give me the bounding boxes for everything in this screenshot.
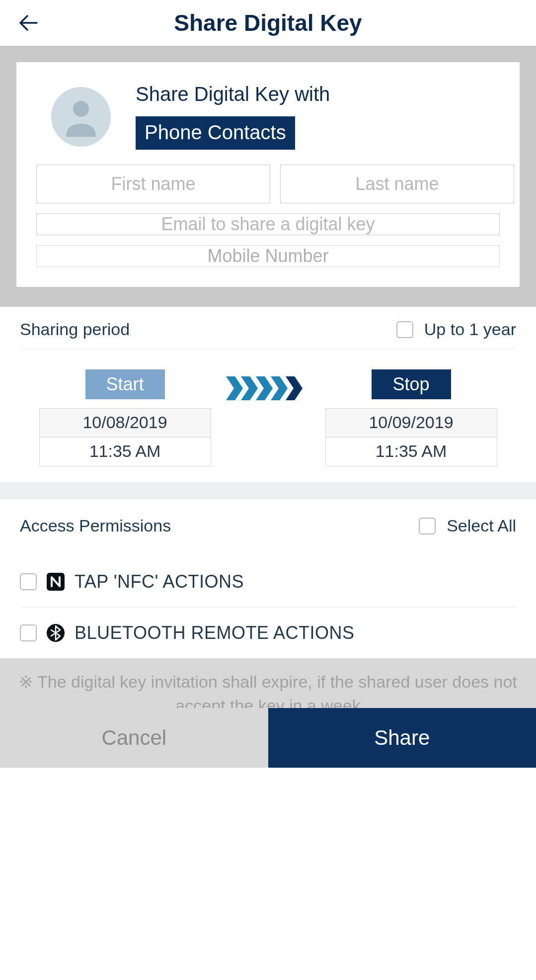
- share-heading: Share Digital Key with: [136, 83, 330, 105]
- nfc-label: TAP 'NFC' ACTIONS: [75, 571, 244, 592]
- avatar-placeholder-icon: [51, 87, 111, 147]
- footer-note: ※ The digital key invitation shall expir…: [0, 658, 536, 708]
- chevrons-right-icon: [226, 373, 310, 403]
- permission-row: TAP 'NFC' ACTIONS: [20, 556, 516, 608]
- permission-row: BLUETOOTH REMOTE ACTIONS: [20, 608, 516, 658]
- page-title: Share Digital Key: [0, 9, 536, 36]
- email-input[interactable]: [36, 213, 500, 235]
- stop-time-value: 11:35 AM: [326, 438, 497, 466]
- svg-point-1: [73, 101, 89, 117]
- nfc-checkbox[interactable]: [20, 573, 37, 590]
- share-contact-card: Share Digital Key with Phone Contacts: [16, 62, 520, 287]
- bluetooth-icon: [46, 623, 66, 643]
- start-time-value: 11:35 AM: [40, 438, 211, 466]
- first-name-input[interactable]: [36, 165, 270, 203]
- start-datetime-picker[interactable]: 10/08/2019 11:35 AM: [39, 408, 211, 466]
- stop-button[interactable]: Stop: [372, 369, 451, 399]
- last-name-input[interactable]: [280, 165, 514, 203]
- stop-datetime-picker[interactable]: 10/09/2019 11:35 AM: [325, 408, 497, 466]
- footer-note-line2: accept the key in a week: [4, 694, 532, 708]
- stop-date-value: 10/09/2019: [326, 409, 497, 438]
- cancel-button[interactable]: Cancel: [0, 708, 268, 768]
- sharing-period-section: Sharing period Up to 1 year Start 10/08/…: [0, 307, 536, 482]
- select-all-checkbox[interactable]: [419, 518, 436, 535]
- select-all-label: Select All: [447, 516, 516, 535]
- start-date-value: 10/08/2019: [40, 409, 211, 438]
- arrow-left-icon: [19, 15, 38, 31]
- permissions-title: Access Permissions: [20, 516, 171, 535]
- share-button[interactable]: Share: [268, 708, 536, 768]
- permissions-section: Access Permissions Select All TAP 'NFC' …: [0, 499, 536, 658]
- footer-note-line1: ※ The digital key invitation shall expir…: [19, 672, 517, 691]
- start-button[interactable]: Start: [85, 369, 165, 399]
- nfc-icon: [46, 572, 66, 592]
- bluetooth-checkbox[interactable]: [20, 624, 37, 641]
- upto-year-checkbox[interactable]: [396, 321, 413, 338]
- back-button[interactable]: [15, 11, 42, 35]
- phone-contacts-button[interactable]: Phone Contacts: [136, 116, 295, 150]
- bluetooth-label: BLUETOOTH REMOTE ACTIONS: [75, 623, 354, 643]
- upto-year-label: Up to 1 year: [424, 320, 516, 339]
- mobile-input[interactable]: [36, 245, 500, 267]
- sharing-period-title: Sharing period: [20, 320, 130, 339]
